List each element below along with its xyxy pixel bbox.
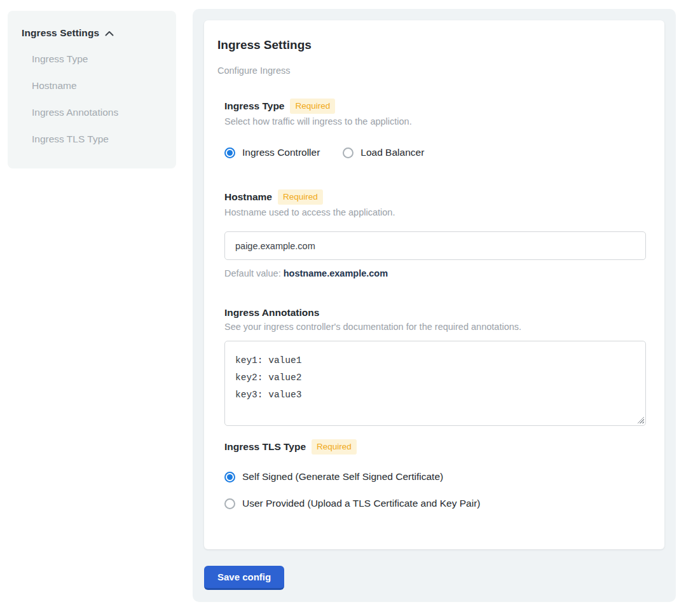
- ingress-type-label: Ingress Type: [224, 100, 284, 113]
- sidebar-item-ingress-tls-type[interactable]: Ingress TLS Type: [32, 126, 176, 153]
- ingress-type-description: Select how traffic will ingress to the a…: [224, 116, 645, 127]
- sidebar-item-hostname[interactable]: Hostname: [32, 72, 176, 99]
- hostname-label: Hostname: [224, 191, 272, 203]
- radio-selected-icon: [224, 472, 235, 483]
- annotations-textarea[interactable]: key1: value1 key2: value2 key3: value3: [224, 341, 646, 426]
- page-subtitle: Configure Ingress: [217, 65, 645, 76]
- radio-load-balancer[interactable]: Load Balancer: [343, 147, 424, 158]
- section-ingress-annotations: Ingress Annotations See your ingress con…: [224, 306, 645, 426]
- required-badge: Required: [290, 99, 335, 114]
- radio-load-balancer-label: Load Balancer: [360, 147, 424, 158]
- radio-unselected-icon: [343, 147, 353, 158]
- radio-user-provided[interactable]: User Provided (Upload a TLS Certificate …: [224, 498, 480, 509]
- sidebar-group-title: Ingress Settings: [22, 27, 99, 39]
- hostname-helper: Default value: hostname.example.com: [224, 268, 645, 279]
- radio-unselected-icon: [224, 498, 235, 509]
- sidebar-item-ingress-annotations[interactable]: Ingress Annotations: [32, 99, 176, 126]
- chevron-up-icon: [105, 31, 114, 36]
- hostname-input[interactable]: [224, 231, 646, 260]
- radio-ingress-controller[interactable]: Ingress Controller: [224, 147, 320, 158]
- radio-user-provided-label: User Provided (Upload a TLS Certificate …: [242, 498, 480, 509]
- annotations-label: Ingress Annotations: [224, 306, 319, 319]
- hostname-description: Hostname used to access the application.: [224, 207, 645, 218]
- radio-ingress-controller-label: Ingress Controller: [242, 147, 320, 158]
- radio-self-signed-label: Self Signed (Generate Self Signed Certif…: [242, 471, 443, 483]
- required-badge: Required: [312, 439, 357, 455]
- required-badge: Required: [278, 189, 323, 205]
- helper-prefix: Default value:: [224, 268, 284, 278]
- page-title: Ingress Settings: [217, 38, 645, 52]
- save-config-button[interactable]: Save config: [204, 566, 284, 590]
- helper-default-value: hostname.example.com: [284, 268, 388, 278]
- settings-panel: Ingress Settings Configure Ingress Ingre…: [193, 9, 676, 602]
- sidebar-items: Ingress Type Hostname Ingress Annotation…: [22, 39, 176, 153]
- tls-type-label: Ingress TLS Type: [224, 441, 306, 453]
- sidebar-item-ingress-type[interactable]: Ingress Type: [32, 46, 176, 72]
- section-ingress-tls-type: Ingress TLS Type Required Self Signed (G…: [224, 439, 645, 509]
- annotations-description: See your ingress controller's documentat…: [224, 321, 645, 332]
- radio-self-signed[interactable]: Self Signed (Generate Self Signed Certif…: [224, 471, 443, 483]
- page: Ingress Settings Ingress Type Hostname I…: [0, 0, 693, 616]
- settings-sidebar: Ingress Settings Ingress Type Hostname I…: [8, 11, 176, 168]
- section-hostname: Hostname Required Hostname used to acces…: [224, 189, 645, 279]
- radio-selected-icon: [224, 147, 235, 158]
- ingress-settings-card: Ingress Settings Configure Ingress Ingre…: [204, 20, 664, 549]
- sidebar-group-ingress-settings[interactable]: Ingress Settings: [22, 27, 176, 39]
- section-ingress-type: Ingress Type Required Select how traffic…: [224, 99, 645, 158]
